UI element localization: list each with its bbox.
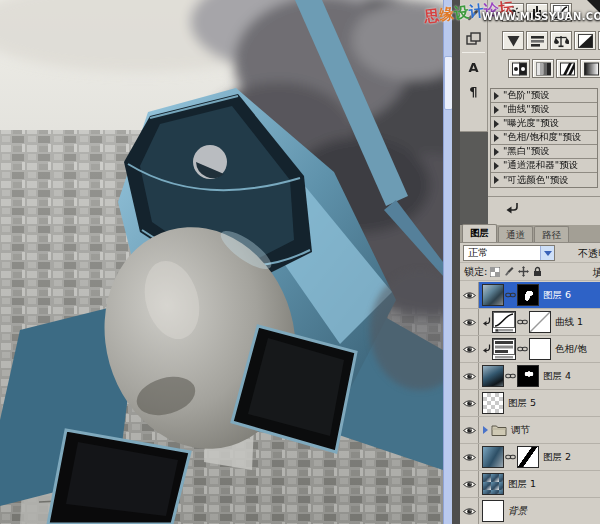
lock-row: 锁定: 填 <box>460 263 600 281</box>
document-canvas[interactable] <box>0 0 443 524</box>
clipping-mask-arrow-icon <box>482 344 491 354</box>
layer-thumbnail[interactable] <box>482 392 504 414</box>
layer-row-content[interactable]: 图层 1 <box>479 471 600 497</box>
layer-row[interactable]: 色相/饱 <box>460 336 600 363</box>
layers-panel: 图层通道路径 正常 不透明 锁定: <box>460 225 600 524</box>
layer-row[interactable]: 图层 1 <box>460 471 600 498</box>
folder-icon <box>491 424 507 436</box>
layer-row-content[interactable]: 图层 2 <box>479 444 600 470</box>
adjustments-panel-footer <box>488 196 600 222</box>
layer-row[interactable]: 图层 5 <box>460 390 600 417</box>
layer-row[interactable]: 调节 <box>460 417 600 444</box>
jet-photo <box>0 0 443 524</box>
layer-row[interactable]: 图层 4 <box>460 363 600 390</box>
visibility-toggle-eye-icon[interactable] <box>460 417 479 443</box>
return-arrow-icon[interactable] <box>504 202 520 215</box>
canvas-vertical-scrollbar[interactable] <box>443 0 452 524</box>
fill-label: 填 <box>593 266 600 280</box>
preset-item[interactable]: "可选颜色"预设 <box>491 173 597 187</box>
layer-row-content[interactable]: 色相/饱 <box>479 336 600 362</box>
layer-thumbnail[interactable] <box>482 284 504 306</box>
expand-triangle-icon[interactable] <box>494 106 499 114</box>
mask-link-icon[interactable] <box>505 291 516 299</box>
layer-row[interactable]: 背景 <box>460 498 600 524</box>
dock-divider <box>462 52 485 53</box>
invert-icon[interactable] <box>508 59 530 78</box>
layer-row-content[interactable]: 背景 <box>479 498 600 524</box>
panel-area: A ¶ "色阶"预设"曲线"预设"曝光度"预设"色相/饱和度"预设"黑白"预设"… <box>460 0 600 524</box>
visibility-toggle-eye-icon[interactable] <box>460 363 479 389</box>
color-balance-icon[interactable] <box>550 31 572 50</box>
gradient-map-icon[interactable] <box>580 59 600 78</box>
layer-mask-thumbnail[interactable] <box>517 284 539 306</box>
layer-mask-thumbnail[interactable] <box>517 446 539 468</box>
character-panel-icon[interactable]: A <box>464 57 484 77</box>
preset-item[interactable]: "黑白"预设 <box>491 145 597 159</box>
paragraph-panel-icon[interactable]: ¶ <box>464 81 484 101</box>
posterize-icon[interactable] <box>532 59 554 78</box>
expand-triangle-icon[interactable] <box>494 176 499 184</box>
layer-name: 色相/饱 <box>555 343 587 356</box>
layer-mask-thumbnail[interactable] <box>517 365 539 387</box>
layer-mask-thumbnail[interactable] <box>529 338 551 360</box>
preset-item[interactable]: "曝光度"预设 <box>491 117 597 131</box>
tab-layers[interactable]: 图层 <box>462 224 497 242</box>
chevron-down-icon[interactable] <box>540 246 554 260</box>
threshold-icon[interactable] <box>556 59 578 78</box>
layer-row-content[interactable]: 调节 <box>479 417 600 443</box>
layer-row-content[interactable]: 图层 4 <box>479 363 600 389</box>
mask-link-icon[interactable] <box>517 318 528 326</box>
mask-link-icon[interactable] <box>505 372 516 380</box>
lock-position-icon[interactable] <box>518 266 529 277</box>
layer-comps-panel-icon[interactable] <box>464 28 484 48</box>
layer-row[interactable]: 图层 2 <box>460 444 600 471</box>
visibility-toggle-eye-icon[interactable] <box>460 471 479 497</box>
app-background-gap <box>452 0 460 524</box>
visibility-toggle-eye-icon[interactable] <box>460 336 479 362</box>
visibility-toggle-eye-icon[interactable] <box>460 390 479 416</box>
black-white-icon[interactable] <box>574 31 596 50</box>
visibility-toggle-eye-icon[interactable] <box>460 282 479 308</box>
preset-item[interactable]: "色相/饱和度"预设 <box>491 131 597 145</box>
tab-channels[interactable]: 通道 <box>498 226 533 242</box>
visibility-toggle-eye-icon[interactable] <box>460 444 479 470</box>
dock-empty-area <box>460 132 488 225</box>
expand-triangle-icon[interactable] <box>494 148 499 156</box>
preset-label: "色阶"预设 <box>503 89 550 102</box>
opacity-label: 不透明 <box>578 247 600 261</box>
layer-mask-thumbnail[interactable] <box>529 311 551 333</box>
layers-panel-tabs: 图层通道路径 <box>460 225 600 243</box>
vibrance-icon[interactable] <box>502 31 524 50</box>
lock-transparency-icon[interactable] <box>490 267 500 277</box>
expand-triangle-icon[interactable] <box>494 134 499 142</box>
curves-adjustment-thumbnail[interactable] <box>492 311 516 333</box>
hue-saturation-adjustment-thumbnail[interactable] <box>492 338 516 360</box>
mask-link-icon[interactable] <box>505 453 516 461</box>
layer-row[interactable]: 图层 6 <box>460 282 600 309</box>
preset-item[interactable]: "曲线"预设 <box>491 103 597 117</box>
preset-item[interactable]: "通道混和器"预设 <box>491 159 597 173</box>
layer-name: 图层 4 <box>543 370 571 383</box>
preset-item[interactable]: "色阶"预设 <box>491 89 597 103</box>
visibility-toggle-eye-icon[interactable] <box>460 498 479 524</box>
expand-triangle-icon[interactable] <box>494 162 499 170</box>
expand-triangle-icon[interactable] <box>494 120 499 128</box>
layer-row-content[interactable]: 图层 6 <box>479 282 600 308</box>
lock-all-icon[interactable] <box>533 266 542 277</box>
lock-pixels-icon[interactable] <box>504 266 514 277</box>
expand-triangle-icon[interactable] <box>494 92 499 100</box>
preset-label: "黑白"预设 <box>503 145 550 158</box>
layer-row[interactable]: 曲线 1 <box>460 309 600 336</box>
layer-row-content[interactable]: 图层 5 <box>479 390 600 416</box>
layer-thumbnail[interactable] <box>482 446 504 468</box>
tab-paths[interactable]: 路径 <box>534 226 569 242</box>
blend-mode-select[interactable]: 正常 <box>463 245 555 261</box>
layer-row-content[interactable]: 曲线 1 <box>479 309 600 335</box>
layer-thumbnail[interactable] <box>482 500 504 522</box>
hue-saturation-icon[interactable] <box>526 31 548 50</box>
visibility-toggle-eye-icon[interactable] <box>460 309 479 335</box>
group-expand-triangle-icon[interactable] <box>483 426 488 434</box>
mask-link-icon[interactable] <box>517 345 528 353</box>
layer-thumbnail[interactable] <box>482 473 504 495</box>
layer-thumbnail[interactable] <box>482 365 504 387</box>
